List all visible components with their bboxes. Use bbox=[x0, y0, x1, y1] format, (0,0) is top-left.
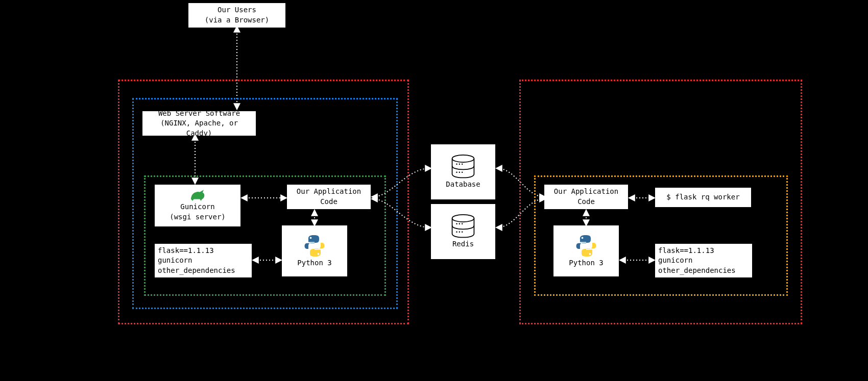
unicorn-icon bbox=[188, 189, 207, 202]
svg-point-5 bbox=[462, 164, 463, 165]
redis-box: Redis bbox=[431, 204, 495, 259]
gunicorn-box: Gunicorn (wsgi server) bbox=[155, 185, 240, 226]
appcode-right-box: Our Application Code bbox=[544, 185, 628, 209]
gunicorn-sub: (wsgi server) bbox=[170, 212, 226, 222]
svg-point-16 bbox=[582, 237, 584, 239]
svg-point-13 bbox=[456, 232, 457, 233]
appcode-left-box: Our Application Code bbox=[287, 185, 371, 209]
worker-box: $ flask rq worker bbox=[655, 188, 751, 207]
python-right-label: Python 3 bbox=[569, 258, 603, 268]
svg-point-3 bbox=[456, 164, 457, 165]
deps-left-l1: flask==1.1.13 bbox=[158, 246, 214, 256]
svg-point-7 bbox=[459, 172, 461, 173]
python-left-label: Python 3 bbox=[297, 258, 331, 268]
diagram-canvas: Our Users (via a Browser) Web Server Sof… bbox=[0, 0, 868, 381]
svg-point-6 bbox=[456, 172, 457, 173]
database-box: Database bbox=[431, 144, 495, 199]
svg-point-15 bbox=[462, 232, 463, 233]
appcode-left-l1: Our Application bbox=[297, 187, 361, 197]
deps-right-l3: other_dependencies bbox=[658, 266, 736, 276]
webserver-line1: Web Server Software bbox=[158, 109, 240, 119]
svg-point-0 bbox=[310, 237, 312, 239]
redis-icon bbox=[448, 214, 478, 239]
svg-point-2 bbox=[452, 155, 474, 162]
svg-point-9 bbox=[452, 215, 474, 222]
svg-point-17 bbox=[589, 253, 591, 255]
python-icon bbox=[302, 234, 327, 258]
svg-point-4 bbox=[459, 164, 461, 165]
svg-point-14 bbox=[459, 232, 461, 233]
svg-point-8 bbox=[462, 172, 463, 173]
svg-point-10 bbox=[456, 223, 457, 225]
worker-cmd: $ flask rq worker bbox=[666, 192, 739, 202]
python-left-box: Python 3 bbox=[282, 225, 347, 276]
database-label: Database bbox=[446, 180, 480, 190]
webserver-box: Web Server Software (NGINX, Apache, or C… bbox=[142, 111, 256, 136]
appcode-right-l1: Our Application bbox=[554, 187, 618, 197]
deps-left-l2: gunicorn bbox=[158, 256, 192, 266]
redis-label: Redis bbox=[452, 239, 474, 249]
database-icon bbox=[448, 154, 478, 180]
python-icon bbox=[574, 234, 598, 258]
deps-right-l1: flask==1.1.13 bbox=[658, 246, 714, 256]
python-right-box: Python 3 bbox=[553, 225, 619, 276]
deps-right-box: flask==1.1.13 gunicorn other_dependencie… bbox=[655, 244, 752, 277]
webserver-line2: (NGINX, Apache, or Caddy) bbox=[146, 118, 253, 138]
svg-point-1 bbox=[318, 253, 320, 255]
deps-right-l2: gunicorn bbox=[658, 256, 692, 266]
users-box: Our Users (via a Browser) bbox=[188, 3, 285, 28]
deps-left-box: flask==1.1.13 gunicorn other_dependencie… bbox=[155, 244, 252, 277]
appcode-left-l2: Code bbox=[320, 197, 337, 207]
users-line1: Our Users bbox=[218, 5, 256, 15]
svg-point-12 bbox=[462, 223, 463, 225]
svg-point-11 bbox=[459, 223, 461, 225]
deps-left-l3: other_dependencies bbox=[158, 266, 235, 276]
users-line2: (via a Browser) bbox=[205, 15, 269, 26]
appcode-right-l2: Code bbox=[577, 197, 595, 207]
gunicorn-name: Gunicorn bbox=[180, 202, 214, 212]
